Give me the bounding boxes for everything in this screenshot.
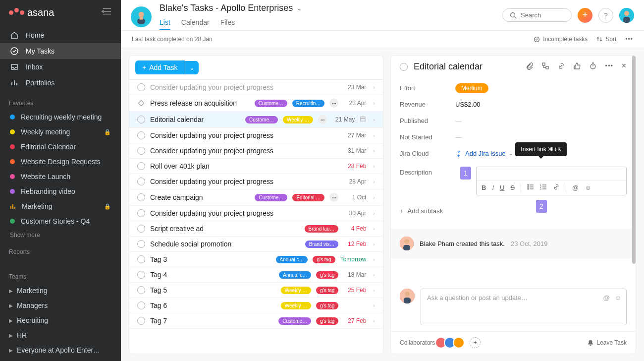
mention-icon[interactable]: @ [603, 294, 610, 301]
tag-pill[interactable]: Annual c… [276, 256, 308, 263]
sort-button[interactable]: Sort [596, 36, 616, 43]
emoji-icon[interactable]: ☺ [585, 184, 591, 191]
favorite-item[interactable]: Weekly meeting🔒 [0, 124, 121, 139]
mention-icon[interactable]: @ [572, 184, 579, 191]
link-icon[interactable] [557, 62, 565, 71]
favorite-item[interactable]: Customer Stories - Q4 [0, 214, 121, 229]
task-row[interactable]: Consider updating your project progress … [129, 206, 383, 221]
task-row[interactable]: Tag 5 Weekly …g's tag ••• 25 Feb › [129, 283, 383, 298]
task-row[interactable]: Consider updating your project progress … [129, 80, 383, 95]
emoji-icon[interactable]: ☺ [615, 294, 621, 301]
task-check-icon[interactable] [137, 301, 145, 309]
collaborator-avatars[interactable] [438, 337, 465, 349]
task-check-icon[interactable] [137, 178, 145, 185]
bold-icon[interactable]: B [482, 184, 486, 191]
nav-inbox[interactable]: Inbox [0, 59, 121, 75]
page-title[interactable]: Blake's Tasks - Apollo Enterprises ⌄ [160, 3, 494, 13]
underline-icon[interactable]: U [500, 184, 504, 191]
tag-pill[interactable]: Brand lau… [305, 225, 339, 233]
tag-pill[interactable]: g's tag [316, 302, 338, 309]
collapse-sidebar-icon[interactable] [101, 7, 112, 18]
owner-avatar[interactable] [131, 6, 152, 27]
tag-pill[interactable]: g's tag [316, 317, 338, 325]
team-item[interactable]: ▶Everyone at Apollo Enter… [0, 343, 121, 358]
task-check-icon[interactable] [137, 255, 145, 263]
description-editor[interactable]: Insert link ⌘+K B I U S 123 [476, 167, 627, 195]
nav-my-tasks[interactable]: My Tasks [0, 43, 121, 59]
tag-pill[interactable]: Custome… [278, 317, 311, 325]
add-task-dropdown[interactable]: ⌄ [185, 61, 199, 74]
tag-pill[interactable]: Custome… [245, 116, 278, 123]
leave-task-button[interactable]: Leave Task [587, 339, 627, 346]
add-subtask-button[interactable]: + Add subtask [400, 200, 627, 222]
revenue-value[interactable]: US$2.00 [455, 101, 627, 108]
like-icon[interactable] [573, 62, 581, 71]
task-row[interactable]: Consider updating your project progress … [129, 128, 383, 143]
task-check-icon[interactable] [137, 83, 145, 91]
add-collaborator-button[interactable]: + [470, 337, 481, 348]
more-tags-icon[interactable]: ••• [318, 115, 327, 124]
tab-calendar[interactable]: Calendar [181, 15, 210, 30]
logo[interactable]: asana [9, 7, 54, 18]
insert-link-icon[interactable] [553, 183, 560, 192]
calendar-icon[interactable] [360, 116, 366, 123]
milestone-icon[interactable] [137, 99, 145, 107]
task-row[interactable]: Tag 4 Annual c…g's tag ••• 18 Mar › [129, 267, 383, 283]
tag-pill[interactable]: Brand vis… [305, 241, 339, 248]
tag-pill[interactable]: Weekly … [283, 116, 313, 123]
task-row[interactable]: Tag 7 Custome…g's tag ••• 27 Feb › [129, 313, 383, 329]
close-icon[interactable]: ✕ [621, 62, 627, 71]
task-row[interactable]: Roll over 401k plan ••• 28 Feb › [129, 159, 383, 174]
profile-avatar[interactable] [619, 8, 634, 23]
task-row[interactable]: Press release on acquisition Custome…Rec… [129, 95, 383, 112]
tag-pill[interactable]: Custome… [255, 100, 287, 107]
notstarted-value[interactable]: — [455, 133, 627, 141]
more-menu-icon[interactable]: ••• [625, 36, 633, 43]
task-row[interactable]: Editorial calendar Custome…Weekly … ••• … [129, 112, 383, 128]
more-tags-icon[interactable]: ••• [329, 193, 338, 202]
task-row[interactable]: Create campaign Custome…Editorial … ••• … [129, 189, 383, 206]
task-row[interactable]: Script creative ad Brand lau… ••• 4 Feb … [129, 221, 383, 237]
tab-list[interactable]: List [160, 15, 170, 30]
team-item[interactable]: ▶Marketing [0, 283, 121, 298]
effort-value[interactable]: Medium [455, 83, 488, 93]
numbered-list-icon[interactable]: 123 [540, 183, 547, 192]
favorite-item[interactable]: Editorial Calendar [0, 139, 121, 154]
task-check-icon[interactable] [137, 286, 145, 294]
strike-icon[interactable]: S [510, 184, 515, 191]
italic-icon[interactable]: I [492, 184, 494, 191]
task-check-icon[interactable] [137, 240, 145, 248]
more-tags-icon[interactable]: ••• [329, 99, 338, 108]
team-item[interactable]: ▶Managers [0, 298, 121, 313]
task-check-icon[interactable] [137, 131, 145, 139]
nav-portfolios[interactable]: Portfolios [0, 75, 121, 91]
tag-pill[interactable]: Editorial … [292, 194, 324, 201]
more-icon[interactable]: ••• [605, 62, 613, 71]
nav-home[interactable]: Home [0, 27, 121, 43]
task-check-icon[interactable] [137, 193, 145, 201]
favorite-item[interactable]: Marketing🔒 [0, 199, 121, 214]
help-button[interactable]: ? [598, 8, 613, 23]
team-item[interactable]: ▶Recruiting [0, 313, 121, 328]
bullet-list-icon[interactable] [527, 183, 534, 192]
favorite-item[interactable]: Website Design Requests [0, 154, 121, 169]
task-check-icon[interactable] [137, 147, 145, 155]
task-row[interactable]: Consider updating your project progress … [129, 143, 383, 159]
favorite-item[interactable]: Website Launch [0, 169, 121, 184]
tag-pill[interactable]: Annual c… [279, 271, 311, 279]
tag-pill[interactable]: Custome… [255, 194, 287, 201]
timer-icon[interactable] [589, 62, 597, 71]
omniadd-button[interactable]: + [578, 8, 592, 23]
task-row[interactable]: Consider updating your project progress … [129, 174, 383, 189]
task-check-icon[interactable] [137, 271, 145, 279]
complete-check-icon[interactable] [400, 63, 408, 71]
tag-pill[interactable]: Weekly … [281, 302, 311, 309]
incomplete-filter[interactable]: Incomplete tasks [534, 36, 588, 43]
task-check-icon[interactable] [137, 209, 145, 217]
tag-pill[interactable]: Recruitin… [292, 100, 324, 107]
published-value[interactable]: — [455, 117, 627, 124]
favorite-item[interactable]: Rebranding video [0, 184, 121, 199]
search-input[interactable]: Search [502, 8, 572, 22]
task-check-icon[interactable] [137, 225, 145, 233]
attachment-icon[interactable] [526, 62, 534, 71]
